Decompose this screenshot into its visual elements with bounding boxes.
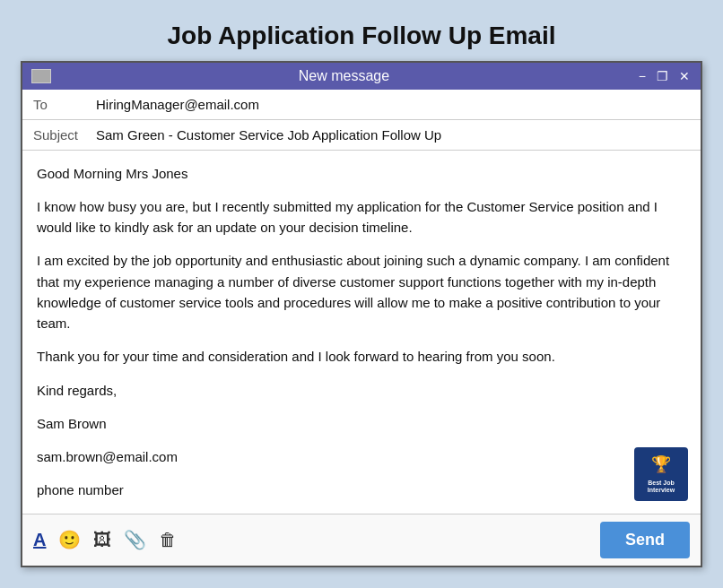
- toolbar-left: A 🙂 🖼 📎 🗑: [33, 529, 177, 550]
- email-body[interactable]: Good Morning Mrs Jones I know how busy y…: [22, 151, 701, 514]
- body-paragraph-3: Thank you for your time and consideratio…: [37, 346, 686, 367]
- subject-label: Subject: [33, 127, 96, 143]
- minimize-button[interactable]: −: [637, 69, 648, 83]
- email-window: New message − ❐ ✕ To HiringManager@email…: [21, 61, 702, 567]
- title-bar: New message − ❐ ✕: [22, 63, 701, 90]
- logo-line2: Interview: [648, 487, 675, 494]
- sender-phone: phone number: [37, 480, 686, 500]
- signature: Kind regards, Sam Brown sam.brown@email.…: [37, 380, 686, 501]
- send-button[interactable]: Send: [600, 522, 690, 558]
- delete-icon[interactable]: 🗑: [159, 530, 177, 550]
- attachment-icon[interactable]: 📎: [124, 529, 146, 550]
- maximize-button[interactable]: ❐: [655, 69, 670, 83]
- title-bar-left: [31, 69, 51, 83]
- body-paragraph-1: I know how busy you are, but I recently …: [37, 196, 686, 238]
- subject-value[interactable]: Sam Green - Customer Service Job Applica…: [96, 127, 441, 143]
- trophy-icon: 🏆: [651, 453, 671, 478]
- to-label: To: [33, 97, 96, 112]
- closing: Kind regards,: [37, 380, 686, 401]
- emoji-icon[interactable]: 🙂: [58, 529, 81, 550]
- subject-field: Subject Sam Green - Customer Service Job…: [22, 120, 701, 151]
- greeting: Good Morning Mrs Jones: [37, 163, 686, 184]
- close-button[interactable]: ✕: [677, 69, 692, 83]
- to-value[interactable]: HiringManager@email.com: [96, 97, 259, 112]
- image-icon[interactable]: 🖼: [93, 530, 111, 550]
- font-format-icon[interactable]: A: [33, 530, 46, 550]
- body-paragraph-2: I am excited by the job opportunity and …: [37, 250, 686, 333]
- to-field: To HiringManager@email.com: [22, 90, 701, 120]
- sender-email: sam.brown@email.com: [37, 446, 686, 467]
- title-bar-title: New message: [51, 68, 637, 84]
- toolbar: A 🙂 🖼 📎 🗑 Send: [22, 514, 701, 566]
- email-icon: [31, 69, 51, 83]
- page-title: Job Application Follow Up Email: [9, 22, 714, 50]
- title-bar-controls: − ❐ ✕: [637, 69, 692, 83]
- sender-name: Sam Brown: [37, 413, 686, 434]
- logo-badge: 🏆 Best Job Interview: [634, 447, 688, 501]
- logo-line1: Best Job: [648, 480, 675, 487]
